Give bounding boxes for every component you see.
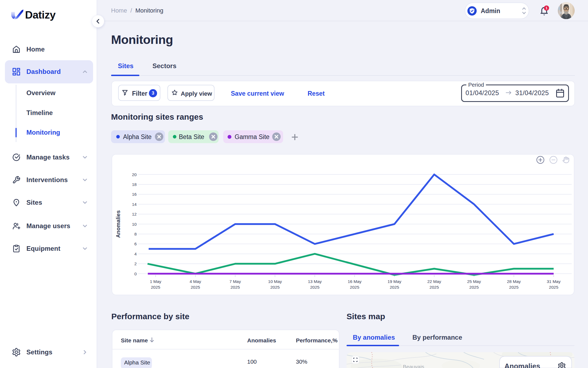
svg-text:4: 4 (134, 252, 137, 256)
svg-text:2025: 2025 (191, 285, 200, 289)
svg-text:20: 20 (132, 172, 137, 177)
svg-text:Beauvais: Beauvais (403, 364, 424, 368)
svg-text:22 May: 22 May (427, 279, 441, 284)
svg-text:8: 8 (134, 232, 137, 236)
svg-text:2025: 2025 (151, 285, 160, 289)
svg-text:2025: 2025 (270, 285, 280, 289)
svg-text:Anomalies: Anomalies (504, 362, 540, 368)
svg-text:2025: 2025 (310, 285, 319, 289)
svg-text:6: 6 (134, 242, 137, 246)
svg-text:1 May: 1 May (150, 279, 161, 284)
svg-text:10: 10 (132, 222, 137, 227)
svg-text:2025: 2025 (231, 285, 240, 289)
svg-text:2025: 2025 (549, 285, 558, 289)
svg-text:0: 0 (134, 272, 137, 276)
svg-text:10 May: 10 May (268, 279, 282, 284)
svg-text:18: 18 (132, 182, 137, 187)
svg-text:14: 14 (132, 202, 137, 207)
svg-text:Anomalies: Anomalies (115, 210, 121, 238)
svg-text:12: 12 (132, 212, 137, 216)
svg-text:2025: 2025 (390, 285, 399, 289)
svg-text:2: 2 (134, 261, 137, 266)
svg-text:28 May: 28 May (507, 279, 521, 284)
svg-text:16 May: 16 May (348, 279, 362, 284)
svg-text:4 May: 4 May (190, 279, 201, 284)
svg-text:25 May: 25 May (467, 279, 481, 284)
svg-text:7 May: 7 May (229, 279, 241, 284)
svg-text:2025: 2025 (430, 285, 439, 289)
svg-text:2025: 2025 (469, 285, 479, 289)
svg-text:13 May: 13 May (308, 279, 322, 284)
svg-text:19 May: 19 May (387, 279, 401, 284)
svg-text:31 May: 31 May (547, 279, 561, 284)
svg-text:16: 16 (132, 192, 137, 197)
svg-text:2025: 2025 (350, 285, 359, 289)
svg-text:2025: 2025 (509, 285, 518, 289)
